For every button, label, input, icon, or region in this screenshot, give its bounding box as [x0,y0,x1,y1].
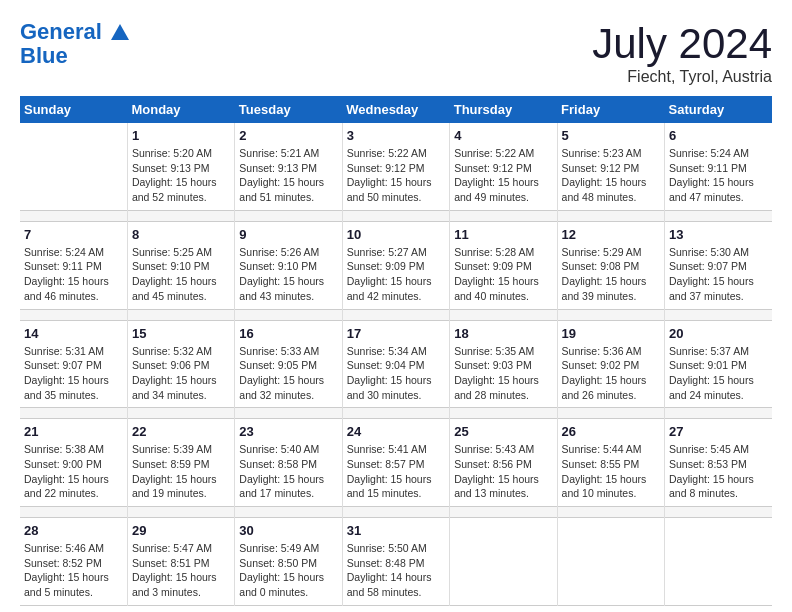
calendar-cell: 17Sunrise: 5:34 AM Sunset: 9:04 PM Dayli… [342,320,449,408]
calendar-cell: 14Sunrise: 5:31 AM Sunset: 9:07 PM Dayli… [20,320,127,408]
day-number: 6 [669,128,768,143]
calendar-cell: 10Sunrise: 5:27 AM Sunset: 9:09 PM Dayli… [342,221,449,309]
calendar-cell: 1Sunrise: 5:20 AM Sunset: 9:13 PM Daylig… [127,123,234,210]
day-number: 21 [24,424,123,439]
day-info: Sunrise: 5:38 AM Sunset: 9:00 PM Dayligh… [24,442,123,501]
day-number: 9 [239,227,337,242]
day-info: Sunrise: 5:24 AM Sunset: 9:11 PM Dayligh… [669,146,768,205]
calendar-cell: 6Sunrise: 5:24 AM Sunset: 9:11 PM Daylig… [665,123,772,210]
day-info: Sunrise: 5:37 AM Sunset: 9:01 PM Dayligh… [669,344,768,403]
day-info: Sunrise: 5:49 AM Sunset: 8:50 PM Dayligh… [239,541,337,600]
month-title: July 2024 [592,20,772,68]
day-info: Sunrise: 5:24 AM Sunset: 9:11 PM Dayligh… [24,245,123,304]
day-info: Sunrise: 5:29 AM Sunset: 9:08 PM Dayligh… [562,245,660,304]
location: Fiecht, Tyrol, Austria [592,68,772,86]
week-separator [20,309,772,320]
day-number: 26 [562,424,660,439]
logo-blue: Blue [20,44,132,68]
week-row: 1Sunrise: 5:20 AM Sunset: 9:13 PM Daylig… [20,123,772,210]
day-info: Sunrise: 5:32 AM Sunset: 9:06 PM Dayligh… [132,344,230,403]
day-info: Sunrise: 5:46 AM Sunset: 8:52 PM Dayligh… [24,541,123,600]
day-info: Sunrise: 5:23 AM Sunset: 9:12 PM Dayligh… [562,146,660,205]
day-number: 20 [669,326,768,341]
page-header: General Blue July 2024 Fiecht, Tyrol, Au… [20,20,772,86]
day-info: Sunrise: 5:26 AM Sunset: 9:10 PM Dayligh… [239,245,337,304]
calendar-cell: 8Sunrise: 5:25 AM Sunset: 9:10 PM Daylig… [127,221,234,309]
week-row: 14Sunrise: 5:31 AM Sunset: 9:07 PM Dayli… [20,320,772,408]
calendar-cell: 7Sunrise: 5:24 AM Sunset: 9:11 PM Daylig… [20,221,127,309]
day-info: Sunrise: 5:28 AM Sunset: 9:09 PM Dayligh… [454,245,552,304]
calendar-cell: 25Sunrise: 5:43 AM Sunset: 8:56 PM Dayli… [450,419,557,507]
calendar-cell: 24Sunrise: 5:41 AM Sunset: 8:57 PM Dayli… [342,419,449,507]
day-number: 23 [239,424,337,439]
week-row: 7Sunrise: 5:24 AM Sunset: 9:11 PM Daylig… [20,221,772,309]
day-info: Sunrise: 5:50 AM Sunset: 8:48 PM Dayligh… [347,541,445,600]
calendar-cell [557,518,664,606]
calendar-cell: 15Sunrise: 5:32 AM Sunset: 9:06 PM Dayli… [127,320,234,408]
day-number: 3 [347,128,445,143]
week-separator [20,507,772,518]
day-number: 8 [132,227,230,242]
day-number: 18 [454,326,552,341]
weekday-header: Wednesday [342,96,449,123]
day-number: 2 [239,128,337,143]
day-number: 31 [347,523,445,538]
day-info: Sunrise: 5:40 AM Sunset: 8:58 PM Dayligh… [239,442,337,501]
day-info: Sunrise: 5:45 AM Sunset: 8:53 PM Dayligh… [669,442,768,501]
week-separator [20,210,772,221]
day-number: 5 [562,128,660,143]
day-info: Sunrise: 5:31 AM Sunset: 9:07 PM Dayligh… [24,344,123,403]
day-info: Sunrise: 5:41 AM Sunset: 8:57 PM Dayligh… [347,442,445,501]
day-number: 27 [669,424,768,439]
calendar-cell: 9Sunrise: 5:26 AM Sunset: 9:10 PM Daylig… [235,221,342,309]
weekday-header-row: SundayMondayTuesdayWednesdayThursdayFrid… [20,96,772,123]
weekday-header: Sunday [20,96,127,123]
day-info: Sunrise: 5:30 AM Sunset: 9:07 PM Dayligh… [669,245,768,304]
day-info: Sunrise: 5:25 AM Sunset: 9:10 PM Dayligh… [132,245,230,304]
calendar-cell: 22Sunrise: 5:39 AM Sunset: 8:59 PM Dayli… [127,419,234,507]
day-number: 28 [24,523,123,538]
week-separator [20,408,772,419]
day-number: 30 [239,523,337,538]
logo-icon [109,22,131,44]
day-info: Sunrise: 5:47 AM Sunset: 8:51 PM Dayligh… [132,541,230,600]
weekday-header: Monday [127,96,234,123]
week-row: 28Sunrise: 5:46 AM Sunset: 8:52 PM Dayli… [20,518,772,606]
day-info: Sunrise: 5:43 AM Sunset: 8:56 PM Dayligh… [454,442,552,501]
day-info: Sunrise: 5:35 AM Sunset: 9:03 PM Dayligh… [454,344,552,403]
calendar-cell: 3Sunrise: 5:22 AM Sunset: 9:12 PM Daylig… [342,123,449,210]
day-number: 15 [132,326,230,341]
calendar-cell: 30Sunrise: 5:49 AM Sunset: 8:50 PM Dayli… [235,518,342,606]
calendar-cell: 18Sunrise: 5:35 AM Sunset: 9:03 PM Dayli… [450,320,557,408]
calendar-cell: 31Sunrise: 5:50 AM Sunset: 8:48 PM Dayli… [342,518,449,606]
day-info: Sunrise: 5:34 AM Sunset: 9:04 PM Dayligh… [347,344,445,403]
day-number: 16 [239,326,337,341]
weekday-header: Tuesday [235,96,342,123]
calendar-cell: 29Sunrise: 5:47 AM Sunset: 8:51 PM Dayli… [127,518,234,606]
day-number: 25 [454,424,552,439]
day-info: Sunrise: 5:33 AM Sunset: 9:05 PM Dayligh… [239,344,337,403]
weekday-header: Friday [557,96,664,123]
day-info: Sunrise: 5:27 AM Sunset: 9:09 PM Dayligh… [347,245,445,304]
week-row: 21Sunrise: 5:38 AM Sunset: 9:00 PM Dayli… [20,419,772,507]
day-number: 17 [347,326,445,341]
day-number: 22 [132,424,230,439]
day-number: 19 [562,326,660,341]
calendar-cell [450,518,557,606]
day-number: 11 [454,227,552,242]
day-number: 13 [669,227,768,242]
calendar-cell: 21Sunrise: 5:38 AM Sunset: 9:00 PM Dayli… [20,419,127,507]
day-number: 7 [24,227,123,242]
logo: General Blue [20,20,132,68]
day-info: Sunrise: 5:39 AM Sunset: 8:59 PM Dayligh… [132,442,230,501]
day-info: Sunrise: 5:36 AM Sunset: 9:02 PM Dayligh… [562,344,660,403]
svg-marker-0 [111,24,129,40]
calendar-cell: 27Sunrise: 5:45 AM Sunset: 8:53 PM Dayli… [665,419,772,507]
weekday-header: Saturday [665,96,772,123]
calendar-cell: 13Sunrise: 5:30 AM Sunset: 9:07 PM Dayli… [665,221,772,309]
calendar-cell: 5Sunrise: 5:23 AM Sunset: 9:12 PM Daylig… [557,123,664,210]
weekday-header: Thursday [450,96,557,123]
calendar-cell: 23Sunrise: 5:40 AM Sunset: 8:58 PM Dayli… [235,419,342,507]
calendar-cell [20,123,127,210]
calendar-cell: 28Sunrise: 5:46 AM Sunset: 8:52 PM Dayli… [20,518,127,606]
